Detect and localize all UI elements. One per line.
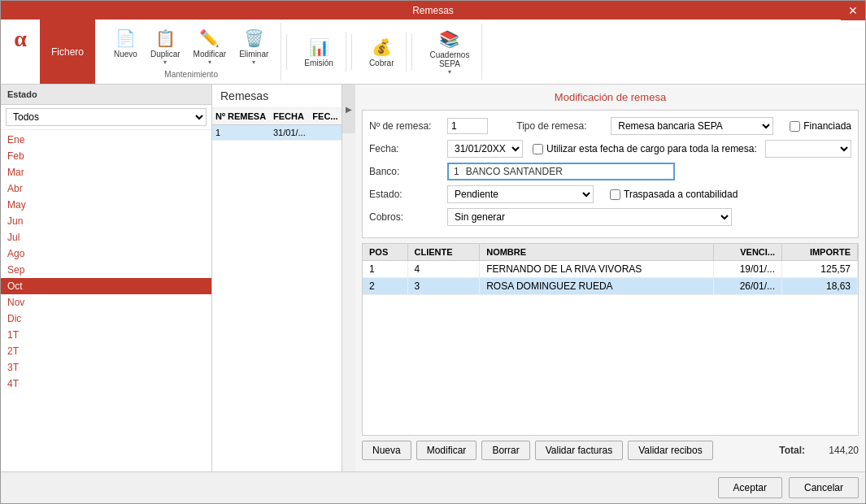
month-may[interactable]: May <box>1 197 211 213</box>
cell-importe-2: 18,63 <box>782 278 858 295</box>
traspasada-checkbox[interactable] <box>610 189 620 200</box>
duplicar-arrow: ▾ <box>163 59 167 66</box>
month-oct[interactable]: Oct <box>1 278 211 294</box>
eliminar-button[interactable]: 🗑️ Eliminar ▾ <box>233 24 274 68</box>
close-button[interactable]: ✕ <box>841 1 865 20</box>
financiada-checkbox[interactable] <box>790 121 800 132</box>
cobrar-items: 💰 Cobrar <box>363 33 400 70</box>
traspasada-text: Traspasada a contabilidad <box>624 189 738 200</box>
fecha-select[interactable]: 31/01/20XX <box>447 140 523 158</box>
footer-btn-row: Aceptar Cancelar <box>1 471 865 503</box>
total-value: 144,20 <box>810 445 859 456</box>
month-ene[interactable]: Ene <box>1 132 211 148</box>
quarter-2t[interactable]: 2T <box>1 343 211 359</box>
emision-label: Emisión <box>304 59 333 67</box>
duplicar-icon: 📋 <box>154 27 176 50</box>
cell-pos-2: 2 <box>363 278 407 295</box>
eliminar-arrow: ▾ <box>252 59 255 66</box>
fichero-tab[interactable]: Fichero <box>40 20 95 84</box>
modificar-button[interactable]: ✏️ Modificar ▾ <box>188 24 233 68</box>
emision-button[interactable]: 📊 Emisión <box>298 33 339 70</box>
form-row-3: Banco: 1 BANCO SANTANDER <box>369 163 851 180</box>
estado-filter: Todos <box>1 105 211 130</box>
title-bar: Remesas ✕ <box>1 1 865 20</box>
bank-field[interactable]: 1 BANCO SANTANDER <box>447 163 675 180</box>
sep2 <box>351 34 352 70</box>
validar-facturas-button[interactable]: Validar facturas <box>535 441 623 460</box>
cancelar-button[interactable]: Cancelar <box>789 477 859 498</box>
nueva-button[interactable]: Nueva <box>362 441 411 460</box>
cell-nombre-2: ROSA DOMINGUEZ RUEDA <box>480 278 714 295</box>
table-row[interactable]: 1 4 FERNANDO DE LA RIVA VIVORAS 19/01/..… <box>363 261 858 278</box>
remesas-data-table: Nº REMESA FECHA FEC... 1 31/01/... <box>212 108 342 141</box>
col-fecha: FECHA <box>270 108 309 125</box>
quarter-3t[interactable]: 3T <box>1 359 211 376</box>
mod-panel: Modificación de remesa Nº de remesa: Tip… <box>355 85 865 471</box>
tipo-remesa-select[interactable]: Remesa bancaria SEPA <box>611 117 773 135</box>
month-ago[interactable]: Ago <box>1 245 211 262</box>
month-sep[interactable]: Sep <box>1 262 211 278</box>
cuadernos-items: 📚 CuadernosSEPA ▾ <box>424 25 475 78</box>
month-dic[interactable]: Dic <box>1 311 211 327</box>
mod-form: Nº de remesa: Tipo de remesa: Remesa ban… <box>362 110 859 238</box>
cargo-fecha-select[interactable] <box>765 140 851 158</box>
main-window: Remesas ✕ α Fichero 📄 Nuevo 📋 Duplicar <box>0 0 866 504</box>
month-jul[interactable]: Jul <box>1 229 211 245</box>
month-mar[interactable]: Mar <box>1 164 211 180</box>
borrar-button[interactable]: Borrar <box>481 441 529 460</box>
ribbon-group-emision: 📊 Emisión <box>292 32 346 72</box>
duplicar-button[interactable]: 📋 Duplicar ▾ <box>145 24 186 68</box>
num-remesa-input[interactable] <box>447 118 488 134</box>
table-row[interactable]: 2 3 ROSA DOMINGUEZ RUEDA 26/01/... 18,63 <box>363 278 858 295</box>
quarter-4t[interactable]: 4T <box>1 376 211 392</box>
nuevo-button[interactable]: 📄 Nuevo <box>108 24 143 68</box>
cell-fec <box>309 125 342 141</box>
validar-recibos-button[interactable]: Validar recibos <box>628 441 712 460</box>
nuevo-icon: 📄 <box>114 27 137 50</box>
cuadernos-icon: 📚 <box>438 28 461 50</box>
month-nov[interactable]: Nov <box>1 294 211 311</box>
cuadernos-button[interactable]: 📚 CuadernosSEPA ▾ <box>424 25 475 78</box>
traspasada-label: Traspasada a contabilidad <box>610 189 738 200</box>
sidebar: Estado Todos Ene Feb Mar Abr May Jun Jul… <box>1 85 212 471</box>
cobros-form-label: Cobros: <box>369 211 442 223</box>
cell-pos-1: 1 <box>363 261 407 278</box>
modificar-det-button[interactable]: Modificar <box>416 441 477 460</box>
fecha-label: Fecha: <box>369 143 442 154</box>
cobros-select[interactable]: Sin generar <box>447 208 732 226</box>
col-nombre: NOMBRE <box>480 244 714 261</box>
table-row[interactable]: 1 31/01/... <box>212 125 342 141</box>
usar-fecha-checkbox[interactable] <box>533 144 543 154</box>
month-feb[interactable]: Feb <box>1 148 211 164</box>
cell-cliente-2: 3 <box>407 278 480 295</box>
total-label: Total: <box>779 445 805 456</box>
months-list: Ene Feb Mar Abr May Jun Jul Ago Sep Oct … <box>1 130 211 471</box>
cell-venci-2: 26/01/... <box>714 278 782 295</box>
col-pos: POS <box>363 244 407 261</box>
ribbon-content: 📄 Nuevo 📋 Duplicar ▾ ✏️ Modificar ▾ <box>95 20 865 84</box>
estado-select[interactable]: Todos <box>6 108 207 126</box>
aceptar-button[interactable]: Aceptar <box>718 477 782 498</box>
estado-form-select[interactable]: Pendiente <box>447 185 594 203</box>
quarter-1t[interactable]: 1T <box>1 327 211 343</box>
col-num-remesa: Nº REMESA <box>212 108 270 125</box>
main-area: Estado Todos Ene Feb Mar Abr May Jun Jul… <box>1 85 865 471</box>
nuevo-label: Nuevo <box>114 50 137 59</box>
fichero-tab-label: Fichero <box>51 46 84 58</box>
col-importe: IMPORTE <box>782 244 858 261</box>
month-abr[interactable]: Abr <box>1 180 211 197</box>
modificar-icon: ✏️ <box>198 27 221 50</box>
cell-nombre-1: FERNANDO DE LA RIVA VIVORAS <box>480 261 714 278</box>
cobrar-button[interactable]: 💰 Cobrar <box>363 33 400 70</box>
emision-items: 📊 Emisión <box>298 33 339 70</box>
cuadernos-arrow: ▾ <box>448 68 451 76</box>
num-remesa-label: Nº de remesa: <box>369 120 442 132</box>
sep1 <box>286 34 287 70</box>
emision-icon: 📊 <box>307 36 330 59</box>
expand-button[interactable]: ▶ <box>342 85 355 133</box>
cell-fecha: 31/01/... <box>270 125 309 141</box>
month-jun[interactable]: Jun <box>1 213 211 229</box>
atenea-logo: α <box>2 21 38 57</box>
banco-label: Banco: <box>369 166 442 177</box>
estado-form-label: Estado: <box>369 189 442 200</box>
